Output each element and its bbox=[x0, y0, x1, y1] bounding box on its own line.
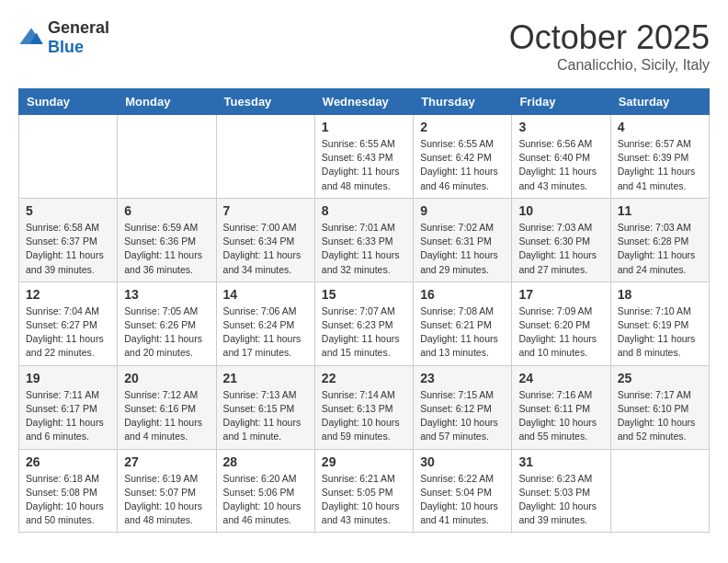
day-number: 24 bbox=[518, 371, 603, 385]
day-number: 21 bbox=[223, 371, 308, 385]
day-number: 29 bbox=[322, 454, 406, 469]
calendar-cell: 21Sunrise: 7:13 AMSunset: 6:15 PMDayligh… bbox=[216, 365, 314, 449]
day-info: Sunrise: 7:06 AMSunset: 6:24 PMDaylight:… bbox=[223, 304, 308, 361]
calendar-cell: 6Sunrise: 6:59 AMSunset: 6:36 PMDaylight… bbox=[118, 198, 216, 282]
day-info: Sunrise: 7:15 AMSunset: 6:12 PMDaylight:… bbox=[420, 388, 505, 444]
calendar-table: SundayMondayTuesdayWednesdayThursdayFrid… bbox=[18, 88, 710, 533]
day-number: 10 bbox=[518, 203, 603, 218]
logo-blue: Blue bbox=[48, 38, 84, 56]
day-number: 1 bbox=[322, 120, 406, 134]
calendar-cell: 28Sunrise: 6:20 AMSunset: 5:06 PMDayligh… bbox=[216, 449, 314, 533]
day-number: 25 bbox=[618, 371, 702, 385]
calendar-cell: 22Sunrise: 7:14 AMSunset: 6:13 PMDayligh… bbox=[314, 365, 413, 449]
calendar-cell: 14Sunrise: 7:06 AMSunset: 6:24 PMDayligh… bbox=[216, 282, 314, 365]
day-info: Sunrise: 6:22 AMSunset: 5:04 PMDaylight:… bbox=[420, 472, 505, 528]
day-info: Sunrise: 7:03 AMSunset: 6:30 PMDaylight:… bbox=[518, 221, 603, 277]
calendar-cell: 27Sunrise: 6:19 AMSunset: 5:07 PMDayligh… bbox=[118, 449, 216, 533]
day-number: 18 bbox=[618, 287, 702, 302]
day-number: 4 bbox=[618, 120, 702, 134]
day-number: 14 bbox=[223, 287, 308, 302]
day-number: 20 bbox=[124, 371, 209, 385]
logo-icon bbox=[18, 25, 44, 51]
calendar-cell bbox=[118, 115, 216, 199]
location: Canalicchio, Sicily, Italy bbox=[509, 57, 710, 74]
logo-general: General bbox=[48, 18, 109, 37]
day-info: Sunrise: 7:13 AMSunset: 6:15 PMDaylight:… bbox=[223, 388, 308, 444]
day-number: 17 bbox=[518, 287, 603, 302]
logo[interactable]: General Blue bbox=[18, 18, 109, 57]
calendar-cell: 11Sunrise: 7:03 AMSunset: 6:28 PMDayligh… bbox=[610, 198, 709, 282]
day-info: Sunrise: 6:18 AMSunset: 5:08 PMDaylight:… bbox=[26, 472, 110, 528]
calendar-header-row: SundayMondayTuesdayWednesdayThursdayFrid… bbox=[19, 89, 710, 115]
calendar-cell: 7Sunrise: 7:00 AMSunset: 6:34 PMDaylight… bbox=[216, 198, 314, 282]
day-info: Sunrise: 6:20 AMSunset: 5:06 PMDaylight:… bbox=[223, 472, 308, 528]
calendar-cell: 19Sunrise: 7:11 AMSunset: 6:17 PMDayligh… bbox=[19, 365, 118, 449]
day-number: 23 bbox=[420, 371, 505, 385]
day-info: Sunrise: 6:56 AMSunset: 6:40 PMDaylight:… bbox=[518, 137, 603, 193]
title-section: October 2025 Canalicchio, Sicily, Italy bbox=[509, 18, 710, 74]
day-info: Sunrise: 7:02 AMSunset: 6:31 PMDaylight:… bbox=[420, 221, 505, 277]
calendar-cell: 17Sunrise: 7:09 AMSunset: 6:20 PMDayligh… bbox=[512, 282, 610, 365]
page-header: General Blue October 2025 Canalicchio, S… bbox=[18, 18, 710, 74]
weekday-header: Tuesday bbox=[216, 89, 314, 115]
day-info: Sunrise: 7:09 AMSunset: 6:20 PMDaylight:… bbox=[518, 304, 603, 361]
day-info: Sunrise: 7:05 AMSunset: 6:26 PMDaylight:… bbox=[124, 304, 209, 361]
day-info: Sunrise: 6:55 AMSunset: 6:42 PMDaylight:… bbox=[420, 137, 505, 193]
month-title: October 2025 bbox=[509, 18, 710, 57]
weekday-header: Friday bbox=[512, 89, 610, 115]
calendar-week-row: 19Sunrise: 7:11 AMSunset: 6:17 PMDayligh… bbox=[19, 365, 710, 449]
calendar-cell: 2Sunrise: 6:55 AMSunset: 6:42 PMDaylight… bbox=[414, 115, 512, 199]
day-info: Sunrise: 6:58 AMSunset: 6:37 PMDaylight:… bbox=[26, 221, 110, 277]
day-info: Sunrise: 6:55 AMSunset: 6:43 PMDaylight:… bbox=[322, 137, 406, 193]
calendar-cell: 23Sunrise: 7:15 AMSunset: 6:12 PMDayligh… bbox=[414, 365, 512, 449]
day-info: Sunrise: 7:11 AMSunset: 6:17 PMDaylight:… bbox=[26, 388, 110, 444]
calendar-cell: 10Sunrise: 7:03 AMSunset: 6:30 PMDayligh… bbox=[512, 198, 610, 282]
day-number: 16 bbox=[420, 287, 505, 302]
day-number: 6 bbox=[124, 203, 209, 218]
calendar-cell bbox=[610, 449, 709, 533]
day-info: Sunrise: 7:03 AMSunset: 6:28 PMDaylight:… bbox=[618, 221, 702, 277]
day-number: 7 bbox=[223, 203, 308, 218]
calendar-cell: 31Sunrise: 6:23 AMSunset: 5:03 PMDayligh… bbox=[512, 449, 610, 533]
calendar-cell: 25Sunrise: 7:17 AMSunset: 6:10 PMDayligh… bbox=[610, 365, 709, 449]
calendar-cell: 9Sunrise: 7:02 AMSunset: 6:31 PMDaylight… bbox=[414, 198, 512, 282]
day-info: Sunrise: 7:14 AMSunset: 6:13 PMDaylight:… bbox=[322, 388, 406, 444]
day-info: Sunrise: 7:17 AMSunset: 6:10 PMDaylight:… bbox=[618, 388, 702, 444]
calendar-cell: 12Sunrise: 7:04 AMSunset: 6:27 PMDayligh… bbox=[19, 282, 118, 365]
weekday-header: Monday bbox=[118, 89, 216, 115]
day-info: Sunrise: 7:04 AMSunset: 6:27 PMDaylight:… bbox=[26, 304, 110, 361]
day-number: 8 bbox=[322, 203, 406, 218]
weekday-header: Sunday bbox=[19, 89, 118, 115]
day-number: 30 bbox=[420, 454, 505, 469]
day-info: Sunrise: 7:00 AMSunset: 6:34 PMDaylight:… bbox=[223, 221, 308, 277]
calendar-cell: 15Sunrise: 7:07 AMSunset: 6:23 PMDayligh… bbox=[314, 282, 413, 365]
day-info: Sunrise: 6:59 AMSunset: 6:36 PMDaylight:… bbox=[124, 221, 209, 277]
day-number: 9 bbox=[420, 203, 505, 218]
calendar-cell: 20Sunrise: 7:12 AMSunset: 6:16 PMDayligh… bbox=[118, 365, 216, 449]
calendar-cell: 26Sunrise: 6:18 AMSunset: 5:08 PMDayligh… bbox=[19, 449, 118, 533]
calendar-cell: 24Sunrise: 7:16 AMSunset: 6:11 PMDayligh… bbox=[512, 365, 610, 449]
calendar-cell: 8Sunrise: 7:01 AMSunset: 6:33 PMDaylight… bbox=[314, 198, 413, 282]
calendar-cell: 5Sunrise: 6:58 AMSunset: 6:37 PMDaylight… bbox=[19, 198, 118, 282]
day-number: 19 bbox=[26, 371, 110, 385]
day-info: Sunrise: 7:01 AMSunset: 6:33 PMDaylight:… bbox=[322, 221, 406, 277]
calendar-week-row: 1Sunrise: 6:55 AMSunset: 6:43 PMDaylight… bbox=[19, 115, 710, 199]
calendar-cell: 18Sunrise: 7:10 AMSunset: 6:19 PMDayligh… bbox=[610, 282, 709, 365]
calendar-cell: 4Sunrise: 6:57 AMSunset: 6:39 PMDaylight… bbox=[610, 115, 709, 199]
calendar-week-row: 26Sunrise: 6:18 AMSunset: 5:08 PMDayligh… bbox=[19, 449, 710, 533]
day-number: 11 bbox=[618, 203, 702, 218]
day-info: Sunrise: 6:57 AMSunset: 6:39 PMDaylight:… bbox=[618, 137, 702, 193]
day-number: 26 bbox=[26, 454, 110, 469]
weekday-header: Thursday bbox=[414, 89, 512, 115]
day-info: Sunrise: 7:12 AMSunset: 6:16 PMDaylight:… bbox=[124, 388, 209, 444]
calendar-cell: 3Sunrise: 6:56 AMSunset: 6:40 PMDaylight… bbox=[512, 115, 610, 199]
day-number: 13 bbox=[124, 287, 209, 302]
calendar-cell: 16Sunrise: 7:08 AMSunset: 6:21 PMDayligh… bbox=[414, 282, 512, 365]
day-info: Sunrise: 7:10 AMSunset: 6:19 PMDaylight:… bbox=[618, 304, 702, 361]
day-number: 22 bbox=[322, 371, 406, 385]
weekday-header: Wednesday bbox=[314, 89, 413, 115]
day-number: 27 bbox=[124, 454, 209, 469]
day-info: Sunrise: 7:08 AMSunset: 6:21 PMDaylight:… bbox=[420, 304, 505, 361]
weekday-header: Saturday bbox=[610, 89, 709, 115]
day-info: Sunrise: 7:07 AMSunset: 6:23 PMDaylight:… bbox=[322, 304, 406, 361]
